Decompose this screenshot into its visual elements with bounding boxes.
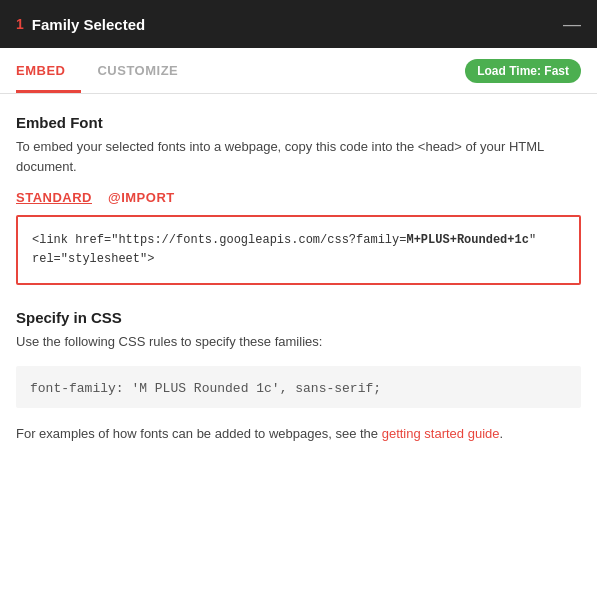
- footer-text-before: For examples of how fonts can be added t…: [16, 426, 382, 441]
- css-section-description: Use the following CSS rules to specify t…: [16, 332, 581, 352]
- header-left: 1 Family Selected: [16, 16, 145, 33]
- embed-font-title: Embed Font: [16, 114, 581, 131]
- page-wrapper: 1 Family Selected — EMBED CUSTOMIZE Load…: [0, 0, 597, 598]
- footer-text: For examples of how fonts can be added t…: [16, 424, 581, 444]
- tab-customize[interactable]: CUSTOMIZE: [97, 49, 194, 93]
- sub-tab-import[interactable]: @IMPORT: [108, 190, 175, 205]
- tabs-left: EMBED CUSTOMIZE: [16, 49, 210, 93]
- embed-font-description: To embed your selected fonts into a webp…: [16, 137, 581, 176]
- content-area: Embed Font To embed your selected fonts …: [0, 94, 597, 598]
- header: 1 Family Selected —: [0, 0, 597, 48]
- getting-started-link[interactable]: getting started guide: [382, 426, 500, 441]
- tab-embed[interactable]: EMBED: [16, 49, 81, 93]
- header-title: Family Selected: [32, 16, 145, 33]
- code-line1: <link href="https://fonts.googleapis.com…: [32, 233, 536, 247]
- embed-code-box[interactable]: <link href="https://fonts.googleapis.com…: [16, 215, 581, 285]
- code-line2: rel="stylesheet">: [32, 252, 154, 266]
- footer-text-after: .: [500, 426, 504, 441]
- sub-tabs: STANDARD @IMPORT: [16, 190, 581, 205]
- family-count: 1: [16, 16, 24, 32]
- tabs-bar: EMBED CUSTOMIZE Load Time: Fast: [0, 48, 597, 94]
- load-time-badge: Load Time: Fast: [465, 59, 581, 83]
- css-code-box: font-family: 'M PLUS Rounded 1c', sans-s…: [16, 366, 581, 408]
- embed-code: <link href="https://fonts.googleapis.com…: [32, 231, 565, 269]
- css-section-title: Specify in CSS: [16, 309, 581, 326]
- sub-tab-standard[interactable]: STANDARD: [16, 190, 92, 205]
- minimize-button[interactable]: —: [563, 15, 581, 33]
- css-code: font-family: 'M PLUS Rounded 1c', sans-s…: [30, 381, 381, 396]
